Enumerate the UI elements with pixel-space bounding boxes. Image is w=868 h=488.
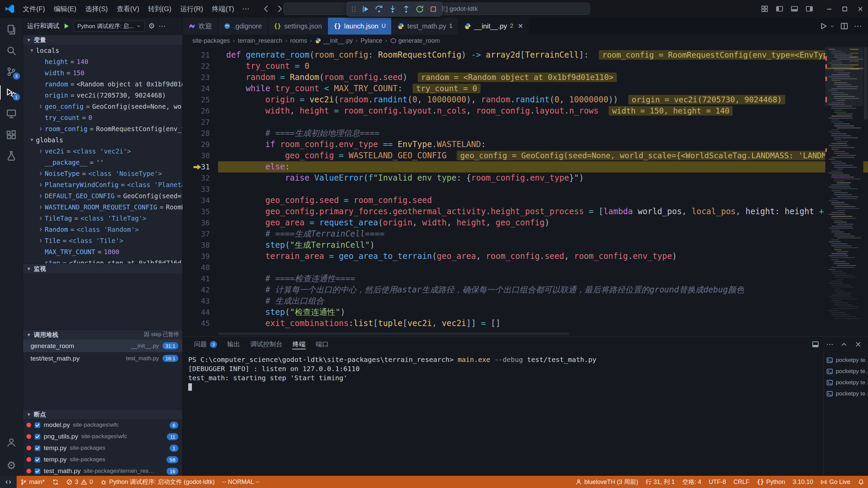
terminal-output[interactable]: PS C:\computer_science\godot-ldtk\site-p…	[183, 352, 823, 476]
breadcrumb-item[interactable]: __init__.py	[315, 37, 353, 44]
code-line[interactable]: 35 geo_config.primary_forces.geothermal_…	[183, 206, 868, 217]
variable-row[interactable]: __package__=''	[23, 157, 182, 168]
code-line[interactable]: 28 # ====生成初始地理信息====	[183, 128, 868, 139]
callstack-frame[interactable]: test/test_math.pytest_math.py16:1	[23, 352, 182, 365]
panel-maximize-icon[interactable]	[840, 341, 848, 348]
code-line[interactable]: 31 else:	[183, 161, 868, 172]
activitybar-manage[interactable]: ⚙	[0, 455, 23, 476]
tab-settings-json[interactable]: {}settings.json	[268, 18, 328, 35]
variables-scope-locals[interactable]: ▼locals	[23, 45, 182, 56]
callstack-section-header[interactable]: ▼调用堆栈 因 step 已暂停	[23, 329, 182, 340]
variable-row[interactable]: ❯Random=<class 'Random'>	[23, 224, 182, 235]
status-git-branch[interactable]: main*	[17, 476, 48, 488]
code-editor[interactable]: 21def generate_room(room_config: RoomReq…	[183, 47, 868, 337]
sidebar-more-button[interactable]: ⋯	[158, 22, 166, 30]
variable-row[interactable]: ❯Tile=<class 'Tile'>	[23, 235, 182, 246]
watch-section-header[interactable]: ▼监视	[23, 263, 182, 273]
minimap[interactable]	[825, 47, 863, 337]
menu-转到(G)[interactable]: 转到(G)	[144, 3, 176, 15]
run-python-file-icon[interactable]	[820, 22, 828, 30]
panel-more-icon[interactable]: ⋯	[826, 341, 833, 348]
nav-forward-icon[interactable]	[275, 4, 284, 13]
breadcrumb-item[interactable]: Pylance	[361, 37, 382, 44]
tab-launch-json[interactable]: {}launch.jsonU	[328, 18, 392, 35]
line-number[interactable]: 42	[183, 284, 218, 296]
window-minimize-button[interactable]	[821, 0, 837, 18]
activitybar-source-control[interactable]: 3	[0, 61, 23, 82]
panel-close-icon[interactable]	[854, 341, 862, 348]
line-number[interactable]: 34	[183, 195, 218, 206]
panel-tab-ports[interactable]: 端口	[311, 337, 334, 352]
status-python-version[interactable]: 3.10.10	[789, 476, 817, 488]
callstack-frame[interactable]: generate_room__init__.py31:1	[23, 340, 182, 352]
activitybar-testing[interactable]	[0, 145, 23, 166]
tab-gdignore[interactable]: .gdignore	[218, 18, 268, 35]
line-number[interactable]: 35	[183, 206, 218, 217]
activitybar-run-and-debug[interactable]: 1	[0, 82, 23, 103]
code-line[interactable]: 42 # 计算每一个出口的中心，然后使用astar生成路径，确保每一个出口组合都…	[183, 284, 868, 296]
menu-编辑(E)[interactable]: 编辑(E)	[50, 3, 81, 15]
variable-row[interactable]: step=<function step at 0x1bf8d716d…	[23, 257, 182, 263]
line-number[interactable]: 24	[183, 83, 218, 94]
status-encoding[interactable]: UTF-8	[705, 476, 730, 488]
activitybar-search[interactable]	[0, 40, 23, 61]
menu-文件(F)[interactable]: 文件(F)	[18, 3, 50, 15]
tab-test-math-py[interactable]: test_math.py1	[392, 18, 458, 35]
tab-welcome[interactable]: 欢迎	[183, 18, 218, 35]
menu-运行(R)[interactable]: 运行(R)	[176, 3, 208, 15]
line-number[interactable]: 23	[183, 72, 218, 83]
status-vim-mode[interactable]: -- NORMAL --	[218, 476, 263, 488]
status-eol[interactable]: CRLF	[730, 476, 753, 488]
toggle-panel-icon[interactable]	[789, 3, 800, 15]
code-line[interactable]: 36 geo_area = request_area(origin, width…	[183, 217, 868, 228]
line-number[interactable]: 32	[183, 172, 218, 184]
line-number[interactable]: 21	[183, 49, 218, 61]
breadcrumb-item[interactable]: rooms	[290, 37, 307, 44]
code-line[interactable]: 25 origin = vec2i(random.randint(0, 1000…	[183, 94, 868, 105]
line-number[interactable]: 43	[183, 296, 218, 307]
gear-icon[interactable]: ⚙	[148, 22, 155, 30]
split-editor-icon[interactable]	[840, 22, 848, 30]
menu-选择(S)[interactable]: 选择(S)	[81, 3, 112, 15]
variable-row[interactable]: try_count=0	[23, 112, 182, 123]
code-line[interactable]: 30 geo_config = WASTELAND_GEO_CONFIGgeo_…	[183, 150, 868, 161]
status-notifications[interactable]	[854, 476, 868, 488]
line-number[interactable]: 28	[183, 128, 218, 139]
status-language-mode[interactable]: {}Python	[753, 476, 789, 488]
line-number[interactable]: 38	[183, 240, 218, 251]
status-remote-indicator[interactable]	[0, 476, 17, 488]
horizontal-scrollbar[interactable]	[218, 332, 824, 336]
line-number[interactable]: 41	[183, 273, 218, 284]
status-sync-changes[interactable]	[48, 476, 62, 488]
activitybar-accounts[interactable]	[0, 432, 23, 453]
activitybar-explorer[interactable]	[0, 19, 23, 40]
debug-config-dropdown[interactable]: Python 调试程序: 启...	[74, 21, 145, 32]
stop-button[interactable]	[427, 3, 440, 16]
tab-init-py[interactable]: __init__.py2✕	[458, 18, 529, 35]
variable-row[interactable]: ❯room_config=RoomRequestConfig(env_t…	[23, 123, 182, 134]
status-go-live[interactable]: Go Live	[817, 476, 854, 488]
toggle-primary-sidebar-icon[interactable]	[774, 3, 785, 15]
line-number[interactable]: 40	[183, 262, 218, 273]
window-maximize-button[interactable]	[837, 0, 852, 18]
code-line[interactable]: 41 # ====检查连通性====	[183, 273, 868, 284]
code-line[interactable]: 33	[183, 184, 868, 195]
breakpoint-row[interactable]: test_math.pysite-packages\terrain_res…16	[23, 465, 182, 476]
code-line[interactable]: 45 exit_combinations:list[tuple[vec2i, v…	[183, 318, 868, 329]
code-line[interactable]: 38 step("生成TerrainCell")	[183, 240, 868, 251]
code-line[interactable]: 43 # 生成出口组合	[183, 296, 868, 307]
variable-row[interactable]: origin=vec2i(7205730, 9024468)	[23, 89, 182, 101]
continue-button[interactable]	[359, 3, 372, 16]
variable-row[interactable]: ❯WASTELAND_ROOM_REQUEST_CONFIG=RoomR…	[23, 201, 182, 212]
variable-row[interactable]: MAX_TRY_COUNT=1000	[23, 246, 182, 257]
variables-scope-globals[interactable]: ▼globals	[23, 134, 182, 145]
code-line[interactable]: 21def generate_room(room_config: RoomReq…	[183, 49, 868, 61]
activitybar-remote-explorer[interactable]	[0, 103, 23, 124]
status-git-blame[interactable]: blueloveTH (3 周前)	[572, 476, 642, 488]
activitybar-extensions[interactable]	[0, 124, 23, 145]
variable-row[interactable]: ❯vec2i=<class 'vec2i'>	[23, 145, 182, 157]
code-line[interactable]: 34 geo_config.seed = room_config.seed	[183, 195, 868, 206]
variable-row[interactable]: ❯geo_config=GeoConfig(seed=None, wor…	[23, 101, 182, 112]
panel-tab-output[interactable]: 输出	[222, 337, 245, 352]
terminal-instance[interactable]: pocketpy te…	[824, 366, 868, 377]
